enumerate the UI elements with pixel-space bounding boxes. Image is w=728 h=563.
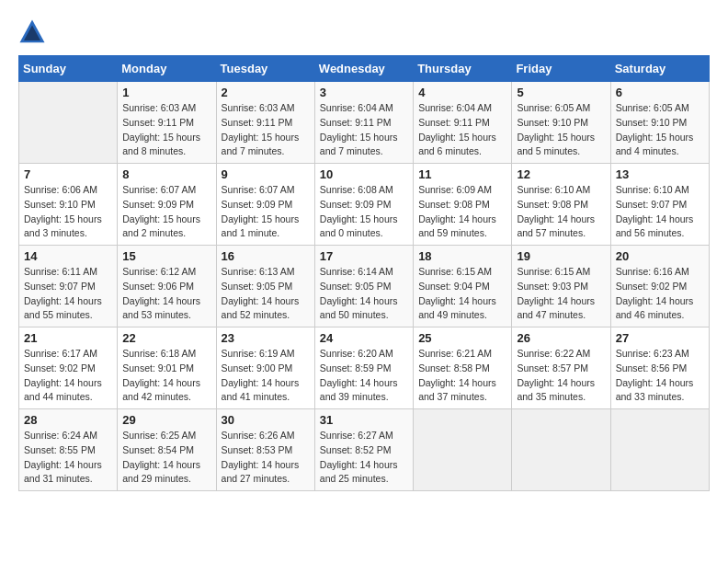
calendar-cell: 21Sunrise: 6:17 AM Sunset: 9:02 PM Dayli… (19, 327, 118, 409)
calendar-cell: 6Sunrise: 6:05 AM Sunset: 9:10 PM Daylig… (610, 82, 709, 164)
calendar-cell: 3Sunrise: 6:04 AM Sunset: 9:11 PM Daylig… (314, 82, 413, 164)
calendar-cell: 7Sunrise: 6:06 AM Sunset: 9:10 PM Daylig… (19, 164, 118, 246)
day-number: 2 (222, 86, 310, 99)
calendar-cell: 5Sunrise: 6:05 AM Sunset: 9:10 PM Daylig… (512, 82, 610, 164)
day-number: 31 (320, 413, 408, 427)
calendar-cell: 17Sunrise: 6:14 AM Sunset: 9:05 PM Dayli… (314, 246, 413, 327)
weekday-header: Saturday (610, 56, 709, 82)
calendar-table: SundayMondayTuesdayWednesdayThursdayFrid… (18, 55, 710, 491)
weekday-header: Friday (512, 56, 610, 82)
day-number: 25 (418, 331, 506, 345)
calendar-cell: 19Sunrise: 6:15 AM Sunset: 9:03 PM Dayli… (512, 246, 610, 327)
day-number: 20 (616, 249, 704, 263)
calendar-week-row: 14Sunrise: 6:11 AM Sunset: 9:07 PM Dayli… (19, 246, 710, 327)
day-info: Sunrise: 6:06 AM Sunset: 9:10 PM Dayligh… (24, 183, 112, 241)
day-number: 6 (616, 86, 704, 99)
calendar-cell: 28Sunrise: 6:24 AM Sunset: 8:55 PM Dayli… (19, 409, 118, 491)
day-info: Sunrise: 6:07 AM Sunset: 9:09 PM Dayligh… (122, 183, 210, 241)
day-info: Sunrise: 6:15 AM Sunset: 9:03 PM Dayligh… (517, 265, 605, 323)
day-number: 10 (320, 167, 408, 181)
calendar-week-row: 1Sunrise: 6:03 AM Sunset: 9:11 PM Daylig… (19, 82, 710, 164)
day-number: 12 (517, 167, 605, 181)
weekday-header: Monday (118, 56, 216, 82)
day-number: 13 (616, 167, 704, 181)
day-info: Sunrise: 6:11 AM Sunset: 9:07 PM Dayligh… (24, 265, 112, 323)
calendar-cell: 25Sunrise: 6:21 AM Sunset: 8:58 PM Dayli… (414, 327, 512, 409)
day-info: Sunrise: 6:07 AM Sunset: 9:09 PM Dayligh… (222, 183, 310, 241)
day-info: Sunrise: 6:27 AM Sunset: 8:52 PM Dayligh… (320, 429, 408, 487)
day-info: Sunrise: 6:14 AM Sunset: 9:05 PM Dayligh… (320, 265, 408, 323)
day-info: Sunrise: 6:04 AM Sunset: 9:11 PM Dayligh… (418, 101, 506, 159)
day-number: 3 (320, 86, 408, 99)
page-header (18, 18, 710, 46)
calendar-cell: 29Sunrise: 6:25 AM Sunset: 8:54 PM Dayli… (118, 409, 216, 491)
calendar-cell: 18Sunrise: 6:15 AM Sunset: 9:04 PM Dayli… (414, 246, 512, 327)
calendar-cell: 9Sunrise: 6:07 AM Sunset: 9:09 PM Daylig… (216, 164, 314, 246)
calendar-cell (610, 409, 709, 491)
day-number: 22 (122, 331, 210, 345)
day-number: 16 (222, 249, 310, 263)
calendar-cell: 14Sunrise: 6:11 AM Sunset: 9:07 PM Dayli… (19, 246, 118, 327)
day-info: Sunrise: 6:08 AM Sunset: 9:09 PM Dayligh… (320, 183, 408, 241)
calendar-cell: 23Sunrise: 6:19 AM Sunset: 9:00 PM Dayli… (216, 327, 314, 409)
calendar-cell: 22Sunrise: 6:18 AM Sunset: 9:01 PM Dayli… (118, 327, 216, 409)
calendar-cell: 11Sunrise: 6:09 AM Sunset: 9:08 PM Dayli… (414, 164, 512, 246)
calendar-week-row: 7Sunrise: 6:06 AM Sunset: 9:10 PM Daylig… (19, 164, 710, 246)
calendar-week-row: 21Sunrise: 6:17 AM Sunset: 9:02 PM Dayli… (19, 327, 710, 409)
day-info: Sunrise: 6:10 AM Sunset: 9:07 PM Dayligh… (616, 183, 704, 241)
day-info: Sunrise: 6:16 AM Sunset: 9:02 PM Dayligh… (616, 265, 704, 323)
day-info: Sunrise: 6:13 AM Sunset: 9:05 PM Dayligh… (222, 265, 310, 323)
calendar-cell: 24Sunrise: 6:20 AM Sunset: 8:59 PM Dayli… (314, 327, 413, 409)
day-number: 1 (122, 86, 210, 99)
calendar-cell: 13Sunrise: 6:10 AM Sunset: 9:07 PM Dayli… (610, 164, 709, 246)
calendar-cell: 30Sunrise: 6:26 AM Sunset: 8:53 PM Dayli… (216, 409, 314, 491)
day-info: Sunrise: 6:21 AM Sunset: 8:58 PM Dayligh… (418, 347, 506, 405)
logo (18, 18, 50, 46)
day-number: 21 (24, 331, 112, 345)
day-info: Sunrise: 6:05 AM Sunset: 9:10 PM Dayligh… (616, 101, 704, 159)
day-info: Sunrise: 6:03 AM Sunset: 9:11 PM Dayligh… (222, 101, 310, 159)
day-number: 4 (418, 86, 506, 99)
day-number: 8 (122, 167, 210, 181)
calendar-cell (19, 82, 118, 164)
day-info: Sunrise: 6:20 AM Sunset: 8:59 PM Dayligh… (320, 347, 408, 405)
day-info: Sunrise: 6:26 AM Sunset: 8:53 PM Dayligh… (222, 429, 310, 487)
logo-icon (18, 18, 46, 46)
day-number: 28 (24, 413, 112, 427)
day-number: 9 (222, 167, 310, 181)
calendar-cell: 26Sunrise: 6:22 AM Sunset: 8:57 PM Dayli… (512, 327, 610, 409)
calendar-cell: 12Sunrise: 6:10 AM Sunset: 9:08 PM Dayli… (512, 164, 610, 246)
day-number: 18 (418, 249, 506, 263)
calendar-cell: 10Sunrise: 6:08 AM Sunset: 9:09 PM Dayli… (314, 164, 413, 246)
day-info: Sunrise: 6:03 AM Sunset: 9:11 PM Dayligh… (122, 101, 210, 159)
day-info: Sunrise: 6:24 AM Sunset: 8:55 PM Dayligh… (24, 429, 112, 487)
calendar-cell: 2Sunrise: 6:03 AM Sunset: 9:11 PM Daylig… (216, 82, 314, 164)
day-number: 19 (517, 249, 605, 263)
weekday-header: Tuesday (216, 56, 314, 82)
day-number: 30 (222, 413, 310, 427)
day-info: Sunrise: 6:04 AM Sunset: 9:11 PM Dayligh… (320, 101, 408, 159)
day-number: 23 (222, 331, 310, 345)
weekday-header: Thursday (414, 56, 512, 82)
calendar-cell: 8Sunrise: 6:07 AM Sunset: 9:09 PM Daylig… (118, 164, 216, 246)
calendar-cell: 15Sunrise: 6:12 AM Sunset: 9:06 PM Dayli… (118, 246, 216, 327)
day-info: Sunrise: 6:09 AM Sunset: 9:08 PM Dayligh… (418, 183, 506, 241)
calendar-week-row: 28Sunrise: 6:24 AM Sunset: 8:55 PM Dayli… (19, 409, 710, 491)
day-info: Sunrise: 6:05 AM Sunset: 9:10 PM Dayligh… (517, 101, 605, 159)
day-info: Sunrise: 6:23 AM Sunset: 8:56 PM Dayligh… (616, 347, 704, 405)
day-info: Sunrise: 6:19 AM Sunset: 9:00 PM Dayligh… (222, 347, 310, 405)
calendar-cell: 27Sunrise: 6:23 AM Sunset: 8:56 PM Dayli… (610, 327, 709, 409)
calendar-cell: 31Sunrise: 6:27 AM Sunset: 8:52 PM Dayli… (314, 409, 413, 491)
weekday-header-row: SundayMondayTuesdayWednesdayThursdayFrid… (19, 56, 710, 82)
day-number: 5 (517, 86, 605, 99)
day-number: 14 (24, 249, 112, 263)
day-number: 17 (320, 249, 408, 263)
day-info: Sunrise: 6:25 AM Sunset: 8:54 PM Dayligh… (122, 429, 210, 487)
day-number: 15 (122, 249, 210, 263)
calendar-cell: 20Sunrise: 6:16 AM Sunset: 9:02 PM Dayli… (610, 246, 709, 327)
calendar-cell: 1Sunrise: 6:03 AM Sunset: 9:11 PM Daylig… (118, 82, 216, 164)
day-info: Sunrise: 6:15 AM Sunset: 9:04 PM Dayligh… (418, 265, 506, 323)
calendar-cell (414, 409, 512, 491)
day-number: 29 (122, 413, 210, 427)
calendar-cell (512, 409, 610, 491)
